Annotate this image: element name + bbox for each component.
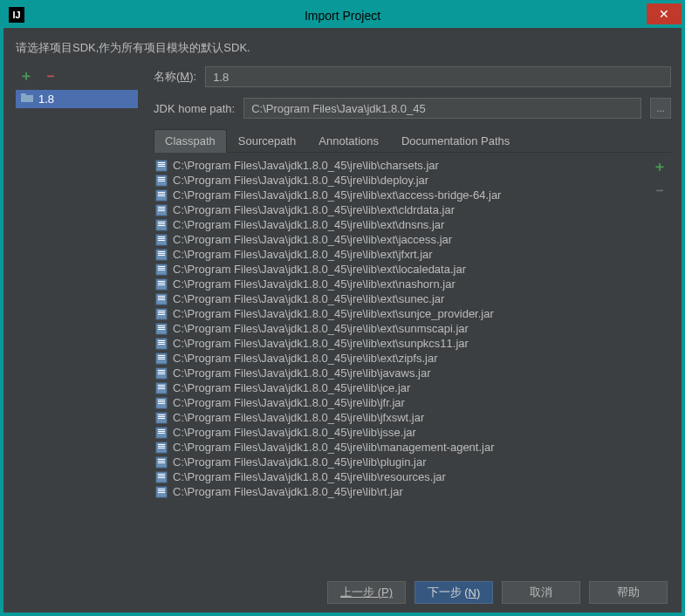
svg-rect-13: [158, 207, 165, 208]
classpath-path: C:\Program Files\Java\jdk1.8.0_45\jre\li…: [173, 307, 494, 320]
svg-rect-83: [158, 462, 165, 463]
svg-rect-35: [158, 284, 165, 285]
tab-sourcepath[interactable]: Sourcepath: [227, 129, 308, 152]
svg-rect-18: [158, 223, 165, 224]
classpath-item[interactable]: C:\Program Files\Java\jdk1.8.0_45\jre\li…: [155, 469, 647, 484]
classpath-item[interactable]: C:\Program Files\Java\jdk1.8.0_45\jre\li…: [155, 440, 647, 455]
classpath-item[interactable]: C:\Program Files\Java\jdk1.8.0_45\jre\li…: [155, 425, 647, 440]
svg-rect-46: [158, 327, 165, 328]
svg-rect-54: [158, 357, 165, 358]
classpath-path: C:\Program Files\Java\jdk1.8.0_45\jre\li…: [173, 277, 456, 291]
classpath-path: C:\Program Files\Java\jdk1.8.0_45\jre\li…: [173, 426, 416, 439]
classpath-item[interactable]: C:\Program Files\Java\jdk1.8.0_45\jre\li…: [155, 291, 647, 306]
svg-rect-26: [158, 253, 165, 254]
svg-rect-73: [158, 429, 165, 430]
classpath-list[interactable]: C:\Program Files\Java\jdk1.8.0_45\jre\li…: [154, 153, 648, 569]
remove-sdk-icon[interactable]: －: [44, 69, 58, 83]
right-panel: 名称(M): JDK home path: … ClasspathSourcep…: [154, 66, 671, 604]
svg-rect-47: [158, 329, 165, 330]
svg-rect-11: [158, 195, 165, 196]
svg-rect-15: [158, 210, 165, 211]
svg-rect-87: [158, 477, 165, 478]
classpath-path: C:\Program Files\Java\jdk1.8.0_45\jre\li…: [173, 188, 501, 202]
svg-rect-45: [158, 325, 165, 326]
svg-rect-27: [158, 255, 165, 256]
classpath-path: C:\Program Files\Java\jdk1.8.0_45\jre\li…: [173, 411, 424, 424]
next-button[interactable]: 下一步 (N): [414, 581, 493, 604]
classpath-item[interactable]: C:\Program Files\Java\jdk1.8.0_45\jre\li…: [155, 262, 647, 277]
classpath-item[interactable]: C:\Program Files\Java\jdk1.8.0_45\jre\li…: [155, 366, 647, 380]
svg-rect-55: [158, 359, 165, 359]
svg-rect-62: [158, 387, 165, 387]
classpath-item[interactable]: C:\Program Files\Java\jdk1.8.0_45\jre\li…: [155, 455, 647, 469]
classpath-item[interactable]: C:\Program Files\Java\jdk1.8.0_45\jre\li…: [155, 410, 647, 425]
sdk-tree-item[interactable]: 1.8: [16, 90, 138, 108]
classpath-path: C:\Program Files\Java\jdk1.8.0_45\jre\li…: [173, 263, 466, 276]
svg-rect-71: [158, 418, 165, 419]
name-label: 名称(M):: [154, 69, 196, 85]
classpath-item[interactable]: C:\Program Files\Java\jdk1.8.0_45\jre\li…: [155, 173, 647, 188]
svg-rect-17: [158, 222, 165, 222]
classpath-item[interactable]: C:\Program Files\Java\jdk1.8.0_45\jre\li…: [155, 306, 647, 321]
classpath-item[interactable]: C:\Program Files\Java\jdk1.8.0_45\jre\li…: [155, 202, 647, 217]
tab-classpath[interactable]: Classpath: [154, 129, 227, 153]
svg-rect-3: [158, 166, 165, 167]
tree-toolbar: ＋ －: [16, 66, 138, 90]
body: ＋ － 1.8 名称(M):: [16, 66, 671, 604]
svg-rect-10: [158, 194, 165, 195]
name-row: 名称(M):: [154, 66, 671, 87]
svg-rect-91: [158, 492, 165, 493]
svg-rect-25: [158, 251, 165, 252]
sdk-tree[interactable]: 1.8: [16, 90, 138, 604]
previous-button[interactable]: 上一步 (P): [327, 581, 406, 604]
tab-annotations[interactable]: Annotations: [307, 129, 390, 152]
classpath-path: C:\Program Files\Java\jdk1.8.0_45\jre\li…: [173, 485, 403, 498]
classpath-item[interactable]: C:\Program Files\Java\jdk1.8.0_45\jre\li…: [155, 336, 647, 351]
classpath-item[interactable]: C:\Program Files\Java\jdk1.8.0_45\jre\li…: [155, 484, 647, 499]
cancel-button[interactable]: 取消: [502, 581, 580, 604]
svg-rect-30: [158, 268, 165, 269]
classpath-path: C:\Program Files\Java\jdk1.8.0_45\jre\li…: [173, 455, 426, 469]
svg-rect-66: [158, 401, 165, 402]
titlebar[interactable]: IJ Import Project ✕: [3, 3, 682, 28]
classpath-item[interactable]: C:\Program Files\Java\jdk1.8.0_45\jre\li…: [155, 232, 647, 247]
classpath-item[interactable]: C:\Program Files\Java\jdk1.8.0_45\jre\li…: [155, 380, 647, 395]
add-classpath-icon[interactable]: ＋: [653, 158, 667, 176]
svg-rect-39: [158, 299, 165, 300]
classpath-item[interactable]: C:\Program Files\Java\jdk1.8.0_45\jre\li…: [155, 277, 647, 291]
svg-rect-7: [158, 181, 165, 181]
svg-rect-50: [158, 342, 165, 343]
svg-rect-2: [158, 164, 165, 165]
classpath-item[interactable]: C:\Program Files\Java\jdk1.8.0_45\jre\li…: [155, 321, 647, 336]
classpath-path: C:\Program Files\Java\jdk1.8.0_45\jre\li…: [173, 396, 405, 409]
svg-rect-14: [158, 209, 165, 209]
classpath-item[interactable]: C:\Program Files\Java\jdk1.8.0_45\jre\li…: [155, 247, 647, 262]
classpath-item[interactable]: C:\Program Files\Java\jdk1.8.0_45\jre\li…: [155, 351, 647, 366]
sdk-name-input[interactable]: [205, 66, 671, 87]
svg-rect-33: [158, 281, 165, 282]
classpath-item[interactable]: C:\Program Files\Java\jdk1.8.0_45\jre\li…: [155, 158, 647, 173]
svg-rect-85: [158, 474, 165, 475]
svg-rect-58: [158, 372, 165, 373]
classpath-path: C:\Program Files\Java\jdk1.8.0_45\jre\li…: [173, 248, 433, 261]
svg-rect-67: [158, 403, 165, 404]
svg-rect-53: [158, 355, 165, 356]
svg-rect-57: [158, 370, 165, 371]
help-button[interactable]: 帮助: [589, 581, 668, 604]
tab-documentation-paths[interactable]: Documentation Paths: [390, 129, 521, 152]
add-sdk-icon[interactable]: ＋: [19, 69, 33, 83]
classpath-item[interactable]: C:\Program Files\Java\jdk1.8.0_45\jre\li…: [155, 217, 647, 232]
browse-button[interactable]: …: [650, 98, 671, 119]
svg-rect-37: [158, 296, 165, 297]
close-button[interactable]: ✕: [647, 3, 682, 24]
jdk-home-input[interactable]: [243, 98, 641, 119]
classpath-path: C:\Program Files\Java\jdk1.8.0_45\jre\li…: [173, 381, 410, 394]
import-project-dialog: IJ Import Project ✕ 请选择项目SDK,作为所有项目模块的默认…: [3, 3, 682, 613]
classpath-item[interactable]: C:\Program Files\Java\jdk1.8.0_45\jre\li…: [155, 188, 647, 202]
svg-rect-69: [158, 414, 165, 415]
svg-rect-22: [158, 238, 165, 239]
svg-rect-70: [158, 416, 165, 417]
classpath-item[interactable]: C:\Program Files\Java\jdk1.8.0_45\jre\li…: [155, 395, 647, 410]
svg-rect-61: [158, 385, 165, 386]
svg-rect-21: [158, 236, 165, 237]
